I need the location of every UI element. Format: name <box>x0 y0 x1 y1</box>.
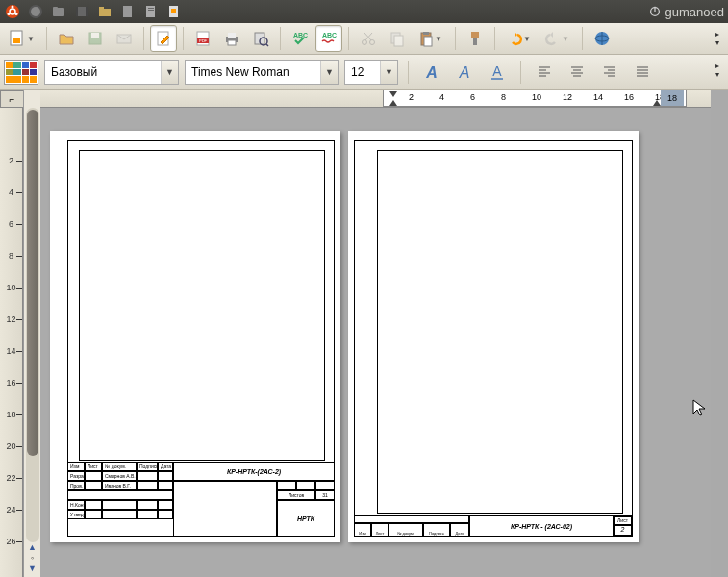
svg-rect-13 <box>99 7 104 10</box>
edit-mode-button[interactable] <box>150 25 177 52</box>
pdf-button[interactable]: PDF <box>189 25 216 52</box>
doc3-icon[interactable] <box>165 3 183 20</box>
document-canvas[interactable]: Изм Лист № докум. Подпись Дата Разраб. С… <box>23 108 711 577</box>
doc-title-2: КР-НРТК - (2АС-02) <box>470 516 613 536</box>
svg-rect-12 <box>99 9 111 16</box>
svg-point-4 <box>8 13 11 15</box>
svg-rect-11 <box>86 7 88 16</box>
cut-button[interactable] <box>355 25 382 52</box>
svg-rect-33 <box>228 40 236 45</box>
main-toolbar: ▼ PDF ABC ABC ▼ ▼ ▼ ▸▾ <box>0 23 728 55</box>
doc-title-1: КР-НРТК-(2АС-2) <box>173 462 335 481</box>
svg-rect-16 <box>148 8 154 9</box>
vertical-ruler[interactable]: ⌐ 2468101214161820222426 <box>0 90 23 577</box>
svg-text:A: A <box>492 63 502 79</box>
bold-button[interactable]: A <box>418 59 445 86</box>
svg-rect-23 <box>13 38 20 43</box>
open-button[interactable] <box>53 25 80 52</box>
svg-rect-47 <box>424 37 432 46</box>
page-2: Изм Лист № докум. Подпись Дата КР-НРТК -… <box>348 131 639 542</box>
svg-point-3 <box>15 13 18 15</box>
user-name: gumanoed <box>665 5 724 19</box>
font-size-input[interactable] <box>345 65 380 79</box>
svg-text:A: A <box>425 64 438 81</box>
toolbar-overflow-icon[interactable]: ▸▾ <box>711 25 724 52</box>
format-toolbar: ▼ ▼ ▼ A A A ▸▾ <box>0 55 728 90</box>
paragraph-style-combo[interactable]: ▼ <box>44 60 179 85</box>
nav-page-icon[interactable]: ◦ <box>26 553 39 563</box>
italic-button[interactable]: A <box>451 59 478 86</box>
svg-rect-48 <box>471 32 479 38</box>
svg-point-2 <box>12 6 14 9</box>
scrollbar-thumb[interactable] <box>27 110 38 456</box>
app-window: ▼ PDF ABC ABC ▼ ▼ ▼ ▸▾ ▼ ▼ ▼ A A A ▸▾ <box>0 23 728 577</box>
font-name-input[interactable] <box>186 65 320 79</box>
firefox-icon[interactable] <box>27 3 44 20</box>
styles-swatch-button[interactable] <box>4 60 38 85</box>
undo-button[interactable]: ▼ <box>501 25 538 52</box>
svg-text:A: A <box>459 64 470 81</box>
vertical-scrollbar[interactable]: ▲ ◦ ▼ <box>23 90 40 577</box>
title-block-page1: Изм Лист № докум. Подпись Дата Разраб. С… <box>67 462 335 537</box>
copy-button[interactable] <box>384 25 411 52</box>
nav-up-icon[interactable]: ▲ <box>26 542 39 552</box>
os-top-panel: gumanoed <box>0 0 728 23</box>
svg-point-39 <box>363 40 367 45</box>
chevron-down-icon[interactable]: ▼ <box>320 61 338 84</box>
svg-rect-44 <box>394 36 403 46</box>
doc2-icon[interactable] <box>142 3 160 20</box>
video-icon[interactable] <box>73 3 90 20</box>
svg-line-36 <box>266 44 268 46</box>
chevron-down-icon[interactable]: ▼ <box>380 61 397 84</box>
mail-button[interactable] <box>111 25 138 52</box>
files-icon[interactable] <box>50 3 67 20</box>
svg-rect-10 <box>76 7 78 16</box>
svg-rect-8 <box>53 7 58 10</box>
power-icon <box>648 5 662 18</box>
chevron-down-icon[interactable]: ▼ <box>161 61 178 84</box>
page-1: Изм Лист № докум. Подпись Дата Разраб. С… <box>50 131 340 542</box>
font-size-combo[interactable]: ▼ <box>344 60 398 85</box>
preview-button[interactable] <box>247 25 274 52</box>
svg-line-42 <box>364 33 371 40</box>
workspace: ⌐ 2468101214161820222426 24681012141618 … <box>0 90 728 577</box>
paste-button[interactable]: ▼ <box>413 25 449 52</box>
svg-rect-15 <box>146 6 155 17</box>
align-center-button[interactable] <box>564 59 590 86</box>
spellcheck-button[interactable]: ABC <box>287 25 314 52</box>
svg-rect-46 <box>423 32 429 35</box>
underline-button[interactable]: A <box>484 59 511 86</box>
svg-text:PDF: PDF <box>199 38 208 43</box>
save-button[interactable] <box>82 25 109 52</box>
folder-icon[interactable] <box>96 3 113 20</box>
align-left-button[interactable] <box>531 59 558 86</box>
svg-text:ABC: ABC <box>293 32 308 38</box>
paragraph-style-input[interactable] <box>45 65 161 79</box>
print-button[interactable] <box>218 25 245 52</box>
user-menu[interactable]: gumanoed <box>648 5 724 19</box>
svg-text:ABC: ABC <box>322 32 337 38</box>
new-button[interactable]: ▼ <box>4 25 40 52</box>
align-right-button[interactable] <box>596 59 623 86</box>
autospell-button[interactable]: ABC <box>315 25 342 52</box>
svg-rect-49 <box>473 38 477 45</box>
ubuntu-logo-icon[interactable] <box>4 3 21 20</box>
svg-rect-25 <box>91 33 99 38</box>
doc-icon[interactable] <box>119 3 137 20</box>
svg-rect-19 <box>171 9 176 13</box>
hyperlink-button[interactable] <box>589 25 615 52</box>
title-block-page2: Изм Лист № докум. Подпись Дата КР-НРТК -… <box>354 515 633 537</box>
svg-point-6 <box>31 7 40 16</box>
svg-point-40 <box>370 40 375 45</box>
clone-format-button[interactable] <box>462 25 489 52</box>
toolbar-overflow-icon[interactable]: ▸▾ <box>711 57 724 84</box>
align-justify-button[interactable] <box>629 59 656 86</box>
horizontal-ruler[interactable]: 24681012141618 18 <box>23 90 711 108</box>
svg-line-41 <box>365 33 372 40</box>
svg-rect-32 <box>228 33 236 38</box>
svg-rect-17 <box>148 10 154 11</box>
svg-rect-14 <box>123 6 132 17</box>
nav-down-icon[interactable]: ▼ <box>26 564 39 573</box>
redo-button[interactable]: ▼ <box>540 25 576 52</box>
font-name-combo[interactable]: ▼ <box>185 60 339 85</box>
